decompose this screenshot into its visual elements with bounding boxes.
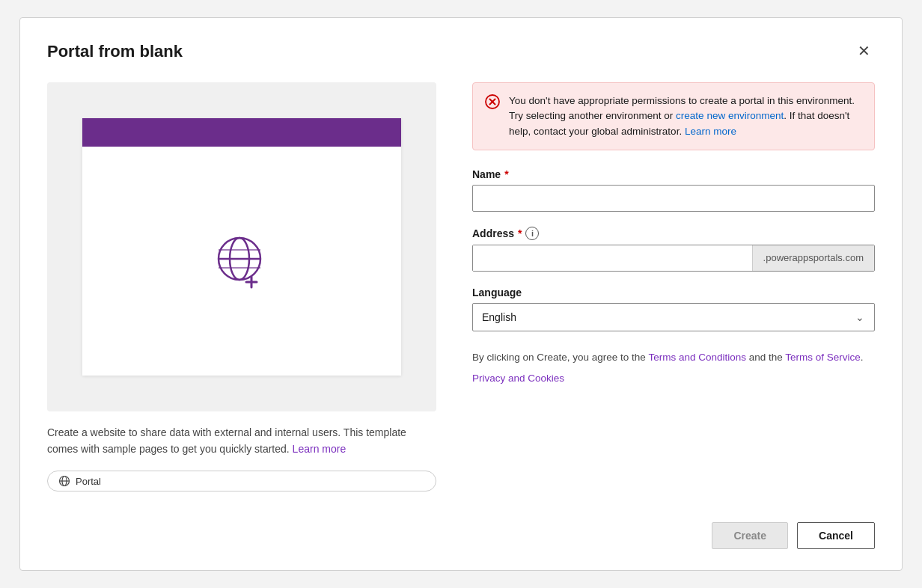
address-label: Address * i [472,227,875,240]
address-input[interactable] [473,245,752,271]
address-required-star: * [518,227,522,239]
preview-topbar [82,118,401,147]
name-label: Name * [472,168,875,180]
name-field-group: Name * [472,168,875,212]
terms-conditions-link[interactable]: Terms and Conditions [648,352,746,363]
preview-inner [82,118,401,375]
address-info-icon: i [525,227,539,240]
dialog-body: Create a website to share data with exte… [47,82,875,549]
language-select-wrapper: English French German Spanish Japanese C… [472,303,875,331]
globe-plus-icon [208,227,275,295]
agreement-text: By clicking on Create, you agree to the … [472,349,875,366]
terms-service-link[interactable]: Terms of Service [785,352,861,363]
close-button[interactable]: ✕ [853,42,875,60]
error-circle-icon [485,94,500,139]
left-panel: Create a website to share data with exte… [47,82,436,549]
tag-label: Portal [76,476,101,487]
error-learn-more-link[interactable]: Learn more [685,126,736,137]
portal-tag-badge: Portal [47,471,436,491]
privacy-cookies-link[interactable]: Privacy and Cookies [472,373,875,384]
address-field-row: .powerappsportals.com [472,245,875,272]
language-field-group: Language English French German Spanish J… [472,287,875,331]
error-message: You don't have appropriate permissions t… [509,94,862,139]
name-input[interactable] [472,185,875,212]
cancel-button[interactable]: Cancel [797,522,875,549]
create-env-link[interactable]: create new environment [676,110,784,121]
language-label: Language [472,287,875,298]
portal-from-blank-dialog: Portal from blank ✕ [19,17,903,571]
create-button[interactable]: Create [712,522,788,549]
right-panel: You don't have appropriate permissions t… [472,82,875,549]
name-required-star: * [504,168,508,180]
address-suffix: .powerappsportals.com [752,245,874,271]
dialog-title: Portal from blank [47,42,183,61]
tag-globe-icon [58,475,70,487]
preview-globe-container [82,147,401,375]
address-field-group: Address * i .powerappsportals.com [472,227,875,272]
language-select[interactable]: English French German Spanish Japanese C… [472,303,875,331]
description-text: Create a website to share data with exte… [47,425,436,457]
dialog-footer: Create Cancel [472,498,875,549]
error-banner: You don't have appropriate permissions t… [472,82,875,150]
preview-box [47,82,436,411]
dialog-header: Portal from blank ✕ [47,42,875,61]
learn-more-link[interactable]: Learn more [293,443,346,455]
